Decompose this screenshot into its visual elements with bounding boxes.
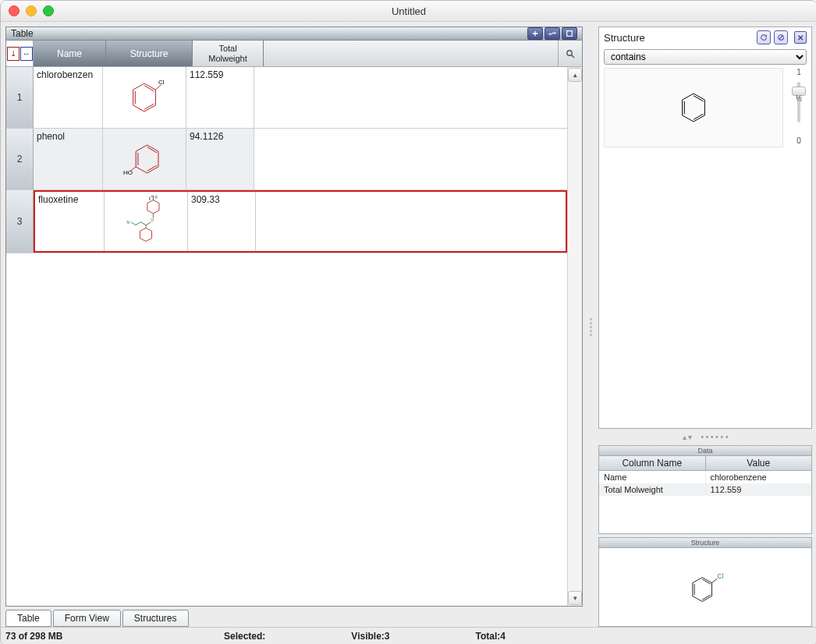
svg-text:F: F: [149, 197, 151, 201]
table-corner-tools: ⤓ ↔: [6, 41, 34, 66]
svg-marker-8: [136, 145, 158, 173]
structure-detail-panel: Structure Cl: [598, 537, 812, 627]
tab-form-view[interactable]: Form View: [53, 610, 121, 627]
visible-status: Visible:3: [351, 631, 389, 642]
svg-line-2: [572, 55, 575, 58]
slider-max-label: 1: [796, 68, 801, 79]
cell-structure[interactable]: Cl: [103, 67, 186, 128]
horizontal-splitter[interactable]: ▴ ▾ • • • • • •: [598, 432, 812, 442]
svg-marker-25: [683, 94, 705, 122]
svg-text:O: O: [151, 218, 154, 222]
table-row[interactable]: 2 phenol HO: [6, 129, 567, 190]
svg-line-33: [711, 579, 717, 582]
maximize-panel-button[interactable]: [562, 27, 577, 40]
data-panel-header: Column Name Value: [599, 456, 811, 471]
cell-structure[interactable]: F F F O N: [105, 192, 188, 251]
table-row[interactable]: 1 chlorobenzen Cl: [6, 67, 567, 129]
refresh-structure-button[interactable]: [757, 30, 771, 44]
column-header-structure[interactable]: Structure: [106, 41, 193, 66]
close-panel-button[interactable]: ✕: [794, 31, 807, 44]
add-column-button[interactable]: [527, 27, 543, 40]
column-header-spacer: [264, 41, 558, 66]
selected-status: Selected:: [224, 631, 265, 642]
table-pane: Table ⤓ ↔ Name Structure Total Molweight: [5, 27, 583, 627]
window-title: Untitled: [1, 5, 816, 17]
data-row-name: Total Molweight: [599, 483, 706, 496]
view-tabs: Table Form View Structures: [5, 610, 583, 627]
row-header[interactable]: 1: [6, 67, 34, 128]
link-button[interactable]: [545, 27, 560, 40]
data-col-header-name[interactable]: Column Name: [599, 456, 706, 470]
structure-filter-panel: Structure ✕ contains: [598, 27, 812, 429]
row-tool-2-icon[interactable]: ↔: [20, 47, 33, 61]
pane-splitter[interactable]: [587, 27, 594, 627]
cell-name[interactable]: phenol: [34, 129, 103, 189]
data-row-name: Name: [599, 471, 706, 483]
row-header[interactable]: 3: [6, 190, 34, 253]
data-row[interactable]: Total Molweight 112.559: [599, 483, 811, 496]
column-header-name[interactable]: Name: [34, 41, 106, 66]
cell-molweight[interactable]: 112.559: [186, 67, 254, 128]
svg-marker-13: [147, 200, 159, 214]
app-window: Untitled Table ⤓ ↔ Name Structure: [0, 0, 816, 644]
right-pane: Structure ✕ contains: [598, 27, 812, 627]
svg-rect-0: [567, 31, 573, 37]
atom-label: Cl: [158, 79, 165, 86]
cell-name[interactable]: fluoxetine: [35, 192, 105, 251]
status-bar: 73 of 298 MB Selected: Visible:3 Total:4: [1, 627, 816, 644]
svg-text:N: N: [126, 221, 129, 225]
svg-line-24: [779, 36, 783, 40]
data-panel: Data Column Name Value Name chlorobenzen…: [598, 445, 812, 534]
table-header-row: ⤓ ↔ Name Structure Total Molweight: [6, 41, 582, 67]
atom-label: HO: [123, 169, 133, 176]
data-row[interactable]: Name chlorobenzene: [599, 471, 811, 483]
cell-molweight[interactable]: 94.1126: [186, 129, 254, 189]
table-rows: 1 chlorobenzen Cl: [6, 67, 567, 606]
cell-structure[interactable]: HO: [103, 129, 186, 189]
data-row-value: chlorobenzene: [706, 471, 812, 483]
structure-match-select[interactable]: contains: [604, 49, 807, 65]
table-container: ⤓ ↔ Name Structure Total Molweight: [5, 40, 583, 607]
svg-point-1: [567, 50, 572, 55]
slider-min-label: 0: [796, 136, 801, 147]
table-search-button[interactable]: [558, 41, 582, 66]
table-panel-title: Table: [11, 27, 34, 40]
row-tool-1-icon[interactable]: ⤓: [7, 47, 20, 61]
similarity-slider[interactable]: 1 ½ 0: [788, 68, 810, 147]
structure-query-canvas[interactable]: [604, 68, 783, 147]
data-row-value: 112.559: [706, 483, 812, 496]
clear-structure-button[interactable]: [774, 30, 788, 44]
scroll-down-button[interactable]: ▾: [568, 591, 582, 605]
memory-status: 73 of 298 MB: [5, 631, 224, 642]
atom-label: Cl: [717, 572, 723, 580]
scroll-up-button[interactable]: ▴: [568, 68, 582, 82]
row-header[interactable]: 2: [6, 129, 34, 189]
column-header-molweight[interactable]: Total Molweight: [193, 41, 264, 66]
tab-table[interactable]: Table: [5, 610, 51, 627]
cell-name[interactable]: chlorobenzen: [34, 67, 103, 128]
svg-marker-29: [693, 578, 712, 602]
svg-marker-3: [133, 83, 156, 111]
content-area: Table ⤓ ↔ Name Structure Total Molweight: [1, 22, 816, 627]
svg-text:F: F: [151, 196, 154, 198]
structure-panel-title: Structure: [604, 32, 754, 44]
structure-detail-title: Structure: [599, 538, 811, 548]
vertical-scrollbar[interactable]: ▴ ▾: [567, 67, 582, 606]
data-col-header-value[interactable]: Value: [706, 456, 812, 470]
table-body: 1 chlorobenzen Cl: [6, 67, 582, 606]
slider-mid-label: ½: [796, 94, 802, 105]
cell-molweight[interactable]: 309.33: [188, 192, 256, 251]
data-panel-title: Data: [599, 446, 811, 456]
total-status: Total:4: [476, 631, 506, 642]
titlebar: Untitled: [1, 1, 816, 22]
svg-text:F: F: [155, 196, 158, 200]
table-row[interactable]: 3 fluoxetine F F: [6, 190, 567, 253]
svg-marker-21: [140, 228, 151, 242]
table-panel-header: Table: [5, 27, 583, 40]
tab-structures[interactable]: Structures: [122, 610, 189, 627]
structure-detail-canvas[interactable]: Cl: [599, 548, 811, 626]
